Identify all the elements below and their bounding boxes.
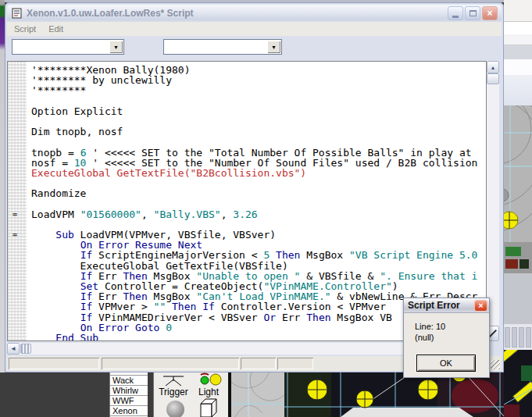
thumbnail bbox=[520, 259, 529, 269]
code-token: MsgBox bbox=[300, 249, 349, 261]
thumbnail bbox=[505, 259, 518, 269]
status-panel bbox=[9, 358, 99, 369]
ok-button[interactable]: OK bbox=[416, 355, 476, 372]
close-icon: × bbox=[487, 9, 492, 18]
code-line[interactable]: LoadVPM "01560000", "Bally.VBS", 3.26 bbox=[31, 209, 486, 219]
scroll-left-button[interactable]: ◄ bbox=[7, 343, 20, 355]
code-line[interactable]: Randomize bbox=[31, 188, 486, 198]
code-token: "01560000" bbox=[80, 208, 141, 220]
panel-divider bbox=[148, 372, 154, 417]
vp-element-toolbar: Trigger Light bbox=[154, 372, 228, 417]
table-listbox[interactable]: WackWhirlwWWFXenon bbox=[109, 372, 148, 417]
vp-editor-right-column bbox=[504, 0, 532, 417]
script-error-dialog: Script Error × Line: 10 (null) OK bbox=[403, 298, 490, 378]
code-token: Dim tnopb, nosf bbox=[31, 126, 123, 137]
chevron-down-icon: ▼ bbox=[271, 45, 277, 50]
light-icon[interactable] bbox=[196, 372, 226, 387]
list-item[interactable]: Whirlw bbox=[110, 386, 148, 396]
table-art-right bbox=[504, 350, 532, 417]
error-description: (null) bbox=[415, 333, 434, 342]
minimize-icon bbox=[452, 16, 459, 18]
thumbnail-strip bbox=[504, 242, 532, 273]
chevron-down-icon: ▼ bbox=[113, 45, 119, 50]
code-token: , bbox=[221, 208, 234, 220]
code-token: Err bbox=[276, 312, 306, 323]
code-token: '******** bbox=[31, 84, 86, 96]
code-line[interactable]: Option Explicit bbox=[31, 106, 486, 116]
combobox-dropdown-button[interactable]: ▼ bbox=[109, 41, 123, 53]
title-bar[interactable]: Xenon.v1.0.uw.Loafer.LowRes* Script bbox=[7, 5, 502, 22]
playfield-lines-svg bbox=[504, 105, 532, 242]
maximize-button[interactable] bbox=[465, 6, 480, 20]
close-button[interactable]: × bbox=[482, 6, 498, 20]
toolbar-band bbox=[504, 45, 532, 59]
window-title: Xenon.v1.0.uw.Loafer.LowRes* Script bbox=[27, 8, 194, 19]
status-panel bbox=[241, 358, 276, 369]
event-combobox[interactable]: ▼ bbox=[163, 39, 282, 55]
status-panel bbox=[102, 358, 239, 369]
menu-script[interactable]: Script bbox=[14, 24, 36, 34]
table-art-bottom-svg bbox=[284, 372, 504, 417]
code-token: Randomize bbox=[31, 187, 86, 199]
code-line[interactable]: Dim tnopb, nosf bbox=[31, 127, 486, 137]
resize-grip[interactable] bbox=[491, 360, 500, 369]
code-token: Option Explicit bbox=[31, 105, 123, 117]
arrow-left-icon: ◄ bbox=[10, 345, 16, 352]
combobox-dropdown-button[interactable]: ▼ bbox=[267, 41, 280, 53]
table-art-bottom bbox=[284, 372, 504, 417]
list-item[interactable]: Xenon bbox=[110, 406, 148, 416]
list-item[interactable]: Wack bbox=[110, 376, 148, 386]
code-token: LoadVPM bbox=[31, 208, 80, 220]
toolbar-band bbox=[504, 0, 532, 22]
toolbar-button bbox=[505, 327, 510, 348]
code-token: "VB Script Engine 5.0 bbox=[349, 249, 477, 261]
code-token: MsgBox VB bbox=[331, 312, 392, 323]
light-label[interactable]: Light bbox=[191, 387, 226, 397]
pencil-icon bbox=[489, 330, 497, 337]
code-line[interactable]: '******** bbox=[31, 85, 486, 95]
code-token: 0 bbox=[166, 322, 172, 333]
horizontal-scroll-thumb[interactable] bbox=[20, 344, 31, 354]
table-art-right-svg bbox=[504, 350, 532, 417]
minimize-button[interactable] bbox=[448, 6, 463, 20]
code-token: , bbox=[141, 208, 154, 220]
code-token: End Sub bbox=[55, 332, 98, 340]
list-item[interactable]: WWF bbox=[110, 396, 148, 406]
playfield-bottom-svg bbox=[231, 372, 284, 417]
error-line-number: Line: 10 bbox=[415, 322, 445, 331]
code-token: 3.26 bbox=[233, 208, 257, 220]
toolbar-button bbox=[512, 327, 517, 348]
code-line[interactable] bbox=[31, 178, 486, 188]
toolbar-band bbox=[504, 59, 532, 75]
button-bar bbox=[504, 324, 532, 350]
toolbar-button bbox=[526, 327, 531, 348]
toolbar-button bbox=[519, 327, 524, 348]
object-combobox[interactable]: ▼ bbox=[12, 39, 124, 55]
vertical-scroll-thumb[interactable] bbox=[487, 73, 499, 84]
toolbar-band bbox=[504, 22, 532, 34]
close-icon: × bbox=[478, 301, 483, 310]
dialog-title-bar[interactable]: Script Error × bbox=[404, 298, 489, 313]
dialog-close-button[interactable]: × bbox=[474, 300, 487, 312]
playfield-drawing bbox=[504, 105, 532, 242]
scroll-up-button[interactable]: ▲ bbox=[487, 61, 499, 73]
wall-box-icon[interactable] bbox=[198, 397, 221, 417]
code-token: Then bbox=[306, 312, 330, 323]
code-token: "Bally.VBS" bbox=[154, 208, 221, 220]
playfield-drawing-bottom bbox=[231, 372, 284, 417]
trigger-label[interactable]: Trigger bbox=[154, 387, 193, 397]
dialog-title: Script Error bbox=[408, 300, 474, 311]
script-window-icon bbox=[12, 8, 23, 19]
menu-bar: Script Edit bbox=[7, 22, 502, 36]
bumper-icon[interactable] bbox=[166, 401, 184, 417]
code-line[interactable]: ExecuteGlobal GetTextFile("B2Bcollision.… bbox=[31, 168, 486, 178]
code-token: Or bbox=[263, 312, 276, 323]
trigger-icon[interactable] bbox=[162, 373, 185, 387]
code-token bbox=[31, 332, 55, 340]
toolbar-band bbox=[504, 75, 532, 105]
menu-edit[interactable]: Edit bbox=[48, 24, 63, 34]
code-line[interactable]: '******** by unclewilly bbox=[31, 75, 486, 85]
code-token: ExecuteGlobal GetTextFile("B2Bcollision.… bbox=[31, 167, 306, 179]
arrow-up-icon: ▲ bbox=[491, 65, 496, 70]
thumbnail bbox=[505, 247, 521, 256]
